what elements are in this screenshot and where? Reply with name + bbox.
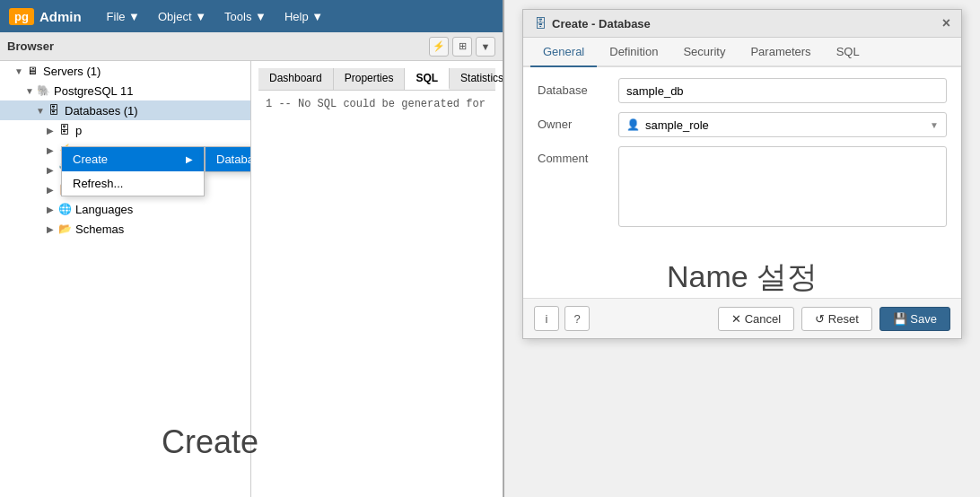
dialog-title: Create - Database [552, 17, 651, 31]
cancel-button[interactable]: ✕ Cancel [718, 307, 794, 331]
database-input[interactable] [618, 78, 947, 103]
pgadmin-title: Admin [39, 9, 82, 24]
help-button[interactable]: ? [564, 306, 590, 331]
dialog-header: 🗄 Create - Database × [523, 10, 961, 38]
right-panel: 🗄 Create - Database × General Definition… [504, 0, 980, 497]
save-button[interactable]: 💾 Save [879, 307, 950, 331]
dialog-footer: i ? ✕ Cancel ↺ Reset 💾 Save [523, 298, 961, 338]
browser-icons: ⚡ ⊞ ▼ [429, 37, 495, 57]
pgadmin-bar: pg Admin File ▼ Object ▼ Tools ▼ Help ▼ [0, 0, 503, 32]
dialog-tab-sql[interactable]: SQL [824, 38, 872, 67]
context-menu-create[interactable]: Create ▶ [62, 147, 204, 171]
pgadmin-logo: pg [9, 8, 34, 25]
footer-right: ✕ Cancel ↺ Reset 💾 Save [718, 307, 950, 331]
tab-properties[interactable]: Properties [334, 68, 406, 90]
context-menu-refresh[interactable]: Refresh... [62, 171, 204, 196]
dialog-close-button[interactable]: × [942, 15, 950, 31]
database-control [618, 78, 947, 103]
comment-control [618, 146, 947, 230]
dialog-title-row: 🗄 Create - Database [534, 16, 651, 31]
tree-item-postgresql[interactable]: ▼ 🐘 PostgreSQL 11 [0, 81, 250, 100]
owner-control[interactable]: 👤 sample_role ▼ [618, 112, 947, 137]
context-menu: Create ▶ Refresh... [61, 146, 205, 196]
dialog-tab-general[interactable]: General [530, 38, 597, 67]
dialog-body: Database Owner 👤 sample_role ▼ Comme [523, 67, 961, 249]
owner-dropdown-arrow[interactable]: ▼ [930, 120, 939, 130]
comment-label: Comment [538, 146, 618, 165]
comment-textarea[interactable] [618, 146, 947, 227]
tree-item-databases[interactable]: ▼ 🗄 Databases (1) [0, 100, 250, 120]
annotation-name: Name 설정 [523, 257, 961, 298]
sub-menu: Database... [205, 146, 251, 172]
menu-object[interactable]: Object ▼ [151, 6, 214, 27]
sub-menu-database[interactable]: Database... [206, 147, 251, 171]
menu-tools[interactable]: Tools ▼ [217, 6, 274, 27]
sql-content: 1 -- No SQL could be generated for [258, 91, 495, 118]
form-row-database: Database [538, 78, 947, 103]
info-button[interactable]: i [534, 306, 559, 331]
dialog-tab-parameters[interactable]: Parameters [738, 38, 823, 67]
pgadmin-menu: File ▼ Object ▼ Tools ▼ Help ▼ [100, 6, 331, 27]
left-panel: pg Admin File ▼ Object ▼ Tools ▼ Help ▼ … [0, 0, 503, 497]
browser-grid-icon[interactable]: ⊞ [452, 37, 472, 57]
dialog-tab-security[interactable]: Security [670, 38, 738, 67]
owner-person-icon: 👤 [626, 118, 640, 131]
tree-item-db-p[interactable]: ▶ 🗄 p [0, 120, 250, 140]
owner-value: sample_role [645, 118, 930, 132]
owner-label: Owner [538, 112, 618, 131]
footer-left: i ? [534, 306, 590, 331]
tab-dashboard[interactable]: Dashboard [258, 68, 334, 90]
tree-item-languages[interactable]: ▶ 🌐 Languages [0, 199, 250, 219]
browser-label: Browser [7, 39, 54, 53]
browser-header: Browser ⚡ ⊞ ▼ [0, 32, 503, 61]
menu-file[interactable]: File ▼ [100, 6, 147, 27]
browser-filter-icon[interactable]: ▼ [476, 37, 495, 57]
dialog-tab-definition[interactable]: Definition [597, 38, 670, 67]
tree-item-schemas[interactable]: ▶ 📂 Schemas [0, 219, 250, 239]
tab-sql[interactable]: SQL [405, 68, 450, 90]
annotation-create: Create [162, 423, 258, 461]
reset-button[interactable]: ↺ Reset [801, 307, 872, 331]
form-row-comment: Comment [538, 146, 947, 230]
owner-select[interactable]: 👤 sample_role ▼ [618, 112, 947, 137]
create-database-dialog: 🗄 Create - Database × General Definition… [522, 9, 962, 339]
tab-statistics[interactable]: Statistics [450, 68, 503, 90]
sql-panel: Dashboard Properties SQL Statistics 1 --… [251, 61, 503, 497]
form-row-owner: Owner 👤 sample_role ▼ [538, 112, 947, 137]
browser-lightning-icon[interactable]: ⚡ [429, 37, 449, 57]
database-label: Database [538, 78, 618, 97]
menu-help[interactable]: Help ▼ [277, 6, 330, 27]
sql-tabs: Dashboard Properties SQL Statistics [258, 68, 495, 91]
dialog-db-icon: 🗄 [534, 16, 547, 31]
tree-item-servers[interactable]: ▼ 🖥 Servers (1) [0, 61, 250, 81]
dialog-tabs: General Definition Security Parameters S… [523, 38, 961, 67]
